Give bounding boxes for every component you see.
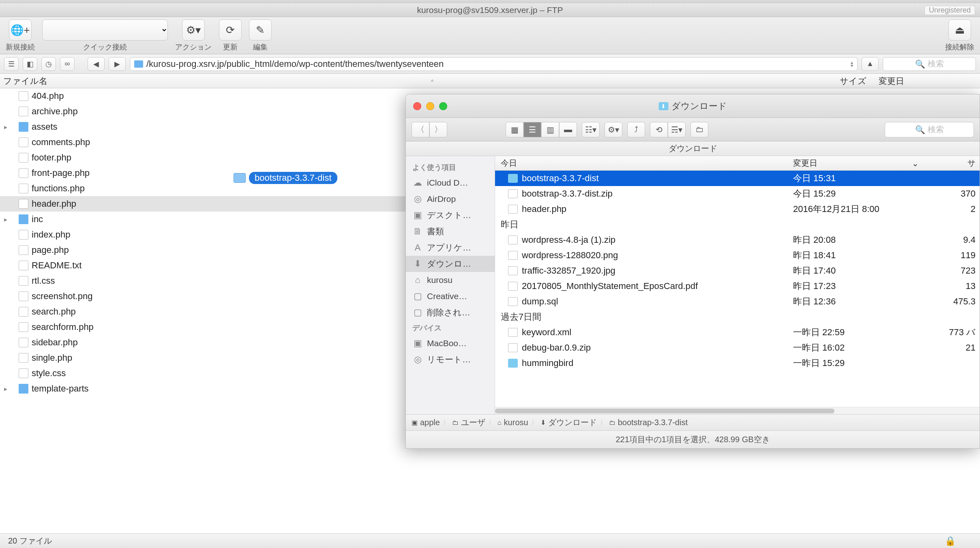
file-icon <box>19 153 28 163</box>
disconnect-button[interactable]: ⏏ <box>948 19 971 41</box>
tag-button[interactable]: ☴▾ <box>668 122 686 137</box>
sort-indicator: ^ <box>431 79 434 85</box>
item-date: 昨日 17:40 <box>793 265 931 277</box>
panel-button[interactable]: ◧ <box>23 57 37 71</box>
sidebar-icon: 🗎 <box>412 226 423 237</box>
sidebar-icon: ▣ <box>412 338 423 349</box>
sidebar-item[interactable]: ⬇ダウンロ… <box>406 256 495 272</box>
file-name: template-parts <box>32 383 89 394</box>
file-name: header.php <box>32 199 76 209</box>
scrollbar-thumb[interactable] <box>495 409 834 413</box>
file-icon <box>508 235 518 244</box>
action-button[interactable]: ⚙︎▾ <box>182 19 205 41</box>
search-input[interactable]: 🔍 検索 <box>883 57 976 71</box>
finder-search[interactable]: 🔍 検索 <box>885 122 974 137</box>
path-label: kurosu <box>504 418 528 427</box>
finder-row[interactable]: traffic-332857_1920.jpg昨日 17:40723 <box>495 263 980 278</box>
close-button[interactable] <box>413 102 421 110</box>
refresh-group: ⟳ 更新 <box>219 19 242 52</box>
sidebar-item[interactable]: 🗎書類 <box>406 223 495 240</box>
path-box[interactable]: /kurosu-prog.xsrv.jp/public_html/demo/wp… <box>130 57 858 71</box>
finder-row[interactable]: hummingbird一昨日 15:29 <box>495 355 980 371</box>
finder-col-size[interactable]: サ <box>931 158 980 169</box>
action-menu-button[interactable]: ⚙︎▾ <box>605 122 622 137</box>
ftp-navbar: ☰ ◧ ◷ ∞ ◀ ▶ /kurosu-prog.xsrv.jp/public_… <box>0 54 980 74</box>
edit-button[interactable]: ✎ <box>249 19 272 41</box>
path-segment[interactable]: ▣apple <box>412 418 440 427</box>
history-button[interactable]: ◷ <box>41 57 56 71</box>
finder-col-name[interactable]: 今日 <box>495 158 793 169</box>
sidebar-item[interactable]: ☁iCloud D… <box>406 175 495 191</box>
new-connection-button[interactable]: 🌐+ <box>9 19 32 41</box>
file-name: style.css <box>32 368 66 379</box>
column-name[interactable]: ファイル名 ^ <box>0 75 830 87</box>
item-name: wordpress-1288020.png <box>522 250 793 261</box>
path-segment[interactable]: 🗀ユーザ <box>452 417 485 428</box>
horizontal-scrollbar[interactable] <box>495 407 980 414</box>
up-button[interactable]: ▲ <box>862 57 879 71</box>
sidebar-icon: ☁ <box>412 178 423 188</box>
lock-icon: 🔒 <box>945 536 956 546</box>
search-placeholder: 検索 <box>928 58 944 69</box>
path-separator: 〉 <box>443 419 449 426</box>
arrange-button[interactable]: ☷▾ <box>582 122 600 137</box>
sidebar-item[interactable]: ⌂kurosu <box>406 272 495 288</box>
path-segment[interactable]: 🗀bootstrap-3.3.7-dist <box>609 418 688 427</box>
finder-forward-button[interactable]: 〉 <box>429 122 447 137</box>
view-gallery-button[interactable]: ▬ <box>559 122 577 137</box>
finder-row[interactable]: wordpress-4.8-ja (1).zip昨日 20:089.4 <box>495 232 980 248</box>
forward-button[interactable]: ▶ <box>109 57 126 71</box>
sidebar-item[interactable]: Aアプリケ… <box>406 240 495 256</box>
finder-row[interactable]: 20170805_MonthlyStatement_EposCard.pdf昨日… <box>495 278 980 294</box>
sidebar-icon: ▢ <box>412 307 423 318</box>
finder-row[interactable]: wordpress-1288020.png昨日 18:41119 <box>495 248 980 263</box>
sidebar-item[interactable]: ▣MacBoo… <box>406 335 495 351</box>
file-name: comments.php <box>32 137 90 148</box>
browser-tabs-bar <box>0 0 980 3</box>
file-name: searchform.php <box>32 322 94 332</box>
finder-row[interactable]: bootstrap-3.3.7-dist.zip今日 15:29370 <box>495 186 980 201</box>
action-group: ⚙︎▾ アクション <box>175 19 212 52</box>
back-button[interactable]: ◀ <box>88 57 105 71</box>
sidebar-item[interactable]: ▢Creative… <box>406 288 495 304</box>
path-segment[interactable]: ⌂kurosu <box>498 418 528 427</box>
finder-row[interactable]: debug-bar.0.9.zip一昨日 16:0221 <box>495 340 980 355</box>
tag-prev-button[interactable]: ⟲ <box>650 122 668 137</box>
item-name: bootstrap-3.3.7-dist.zip <box>522 188 793 199</box>
view-list-button[interactable]: ☰ <box>523 122 541 137</box>
file-icon <box>19 184 28 193</box>
file-icon <box>19 353 28 363</box>
finder-row[interactable]: keyword.xml一昨日 22:59773 バ <box>495 325 980 340</box>
file-icon <box>19 230 28 240</box>
view-columns-button[interactable]: ▥ <box>541 122 559 137</box>
path-segment[interactable]: ⬇ダウンロード <box>540 417 597 428</box>
finder-row[interactable]: header.php2016年12月21日 8:002 <box>495 201 980 217</box>
quick-connect-select[interactable] <box>42 19 168 41</box>
refresh-button[interactable]: ⟳ <box>219 19 242 41</box>
outline-button[interactable]: ☰ <box>4 57 19 71</box>
file-icon <box>19 322 28 332</box>
refresh-label: 更新 <box>223 42 238 52</box>
sidebar-item[interactable]: ◎AirDrop <box>406 191 495 207</box>
finder-col-date[interactable]: 変更日⌄ <box>793 158 931 169</box>
sync-button[interactable]: ∞ <box>60 57 75 71</box>
finder-row[interactable]: dump.sql昨日 12:36475.3 <box>495 294 980 309</box>
item-date: 昨日 20:08 <box>793 234 931 246</box>
sidebar-item[interactable]: ▢削除され… <box>406 304 495 321</box>
maximize-button[interactable] <box>439 102 447 110</box>
minimize-button[interactable] <box>426 102 434 110</box>
file-icon <box>508 328 518 337</box>
share-button[interactable]: ⤴ <box>627 122 645 137</box>
folder-icon <box>19 214 28 224</box>
sidebar-item[interactable]: ▣デスクト… <box>406 207 495 223</box>
finder-row[interactable]: bootstrap-3.3.7-dist今日 15:31 <box>495 171 980 186</box>
view-icon-button[interactable]: ▦ <box>506 122 523 137</box>
item-date: 今日 15:29 <box>793 188 931 200</box>
file-icon <box>19 261 28 270</box>
finder-back-button[interactable]: 〈 <box>412 122 429 137</box>
column-size[interactable]: サイズ <box>830 75 879 87</box>
new-folder-button[interactable]: 🗀 <box>691 122 708 137</box>
column-date[interactable]: 変更日 <box>879 75 980 87</box>
file-icon <box>508 297 518 306</box>
sidebar-item[interactable]: ◎リモート… <box>406 351 495 368</box>
